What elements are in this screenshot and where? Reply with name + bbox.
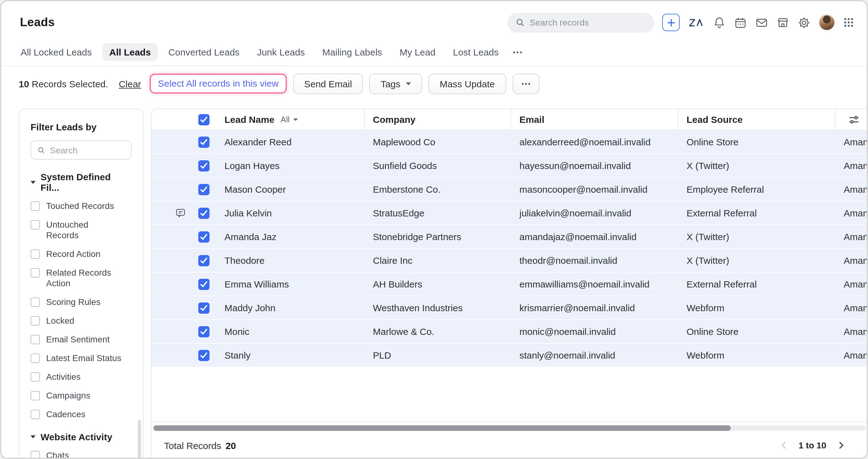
tabs-more-icon[interactable]: [512, 47, 523, 58]
lead-name-filter-dropdown[interactable]: All: [281, 115, 298, 124]
column-email[interactable]: Email: [520, 114, 545, 125]
horizontal-scrollbar[interactable]: [153, 425, 866, 431]
global-search-input[interactable]: [530, 18, 646, 27]
tab-all-locked-leads[interactable]: All Locked Leads: [14, 43, 99, 61]
sidebar-scrollbar[interactable]: [138, 420, 141, 459]
tab-mailing-labels[interactable]: Mailing Labels: [315, 43, 389, 61]
cell-lead-name[interactable]: Alexander Reed: [216, 136, 365, 147]
column-company[interactable]: Company: [373, 114, 415, 125]
table-row[interactable]: Monic Marlowe & Co. monic@noemail.invali…: [152, 320, 868, 344]
mass-update-button[interactable]: Mass Update: [428, 73, 506, 94]
filter-option[interactable]: Touched Records: [31, 201, 131, 211]
marketplace-icon[interactable]: [776, 16, 789, 29]
checkbox[interactable]: [31, 410, 40, 419]
row-checkbox[interactable]: [198, 207, 210, 219]
mail-icon[interactable]: [755, 16, 768, 29]
table-row[interactable]: Maddy John Westhaven Industries krismarr…: [152, 296, 868, 320]
row-checkbox[interactable]: [198, 136, 210, 148]
calendar-icon[interactable]: [734, 16, 747, 29]
tags-button[interactable]: Tags: [369, 73, 422, 94]
table-row[interactable]: Julia Kelvin StratusEdge juliakelvin@noe…: [152, 202, 868, 225]
filter-option[interactable]: Record Action: [31, 249, 131, 259]
settings-gear-icon[interactable]: [798, 16, 811, 29]
row-checkbox[interactable]: [198, 160, 210, 171]
filter-option[interactable]: Locked: [31, 315, 131, 326]
table-row[interactable]: Mason Cooper Emberstone Co. masoncooper@…: [152, 178, 868, 202]
select-all-records-link[interactable]: Select All records in this view: [158, 78, 279, 89]
checkbox[interactable]: [31, 202, 40, 211]
cell-lead-name[interactable]: Emma Williams: [216, 279, 365, 289]
filter-option[interactable]: Campaigns: [31, 390, 131, 401]
cell-lead-name[interactable]: Maddy John: [216, 303, 365, 313]
filter-section-website-activity[interactable]: Website Activity: [31, 432, 131, 442]
cell-lead-name[interactable]: Amanda Jaz: [216, 232, 365, 242]
cell-lead-name[interactable]: Theodore: [216, 255, 365, 266]
filter-option[interactable]: Chats: [31, 450, 131, 459]
checkbox[interactable]: [31, 354, 40, 363]
send-email-button[interactable]: Send Email: [293, 73, 363, 94]
row-checkbox[interactable]: [198, 349, 210, 361]
cell-lead-name[interactable]: Monic: [216, 326, 365, 337]
table-row[interactable]: Logan Hayes Sunfield Goods hayessun@noem…: [152, 154, 868, 178]
page-title: Leads: [20, 16, 55, 29]
select-all-checkbox[interactable]: [198, 114, 210, 125]
table-row[interactable]: Amanda Jaz Stonebridge Partners amandaja…: [152, 225, 868, 249]
table-row[interactable]: Stanly PLD stanly@noemail.invalid Webfor…: [152, 344, 868, 367]
tab-junk-leads[interactable]: Junk Leads: [250, 43, 311, 61]
filter-option[interactable]: Scoring Rules: [31, 297, 131, 307]
row-checkbox[interactable]: [198, 326, 210, 337]
checkbox[interactable]: [31, 268, 40, 277]
cell-lead-name[interactable]: Logan Hayes: [216, 160, 365, 171]
avatar[interactable]: [819, 14, 835, 31]
next-page-icon[interactable]: [837, 441, 845, 450]
checkbox[interactable]: [31, 298, 40, 307]
filter-option[interactable]: Email Sentiment: [31, 334, 131, 345]
filter-option[interactable]: Related Records Action: [31, 268, 131, 289]
checkbox[interactable]: [31, 335, 40, 344]
cell-lead-name[interactable]: Stanly: [216, 350, 365, 361]
checkbox[interactable]: [31, 391, 40, 400]
row-checkbox[interactable]: [198, 278, 210, 290]
table-row[interactable]: Emma Williams AH Builders emmawilliams@n…: [152, 273, 868, 296]
filter-search[interactable]: [31, 140, 131, 160]
add-record-button[interactable]: [662, 14, 680, 31]
row-checkbox[interactable]: [198, 302, 210, 313]
cell-lead-owner: Amand: [836, 184, 868, 194]
bell-icon[interactable]: [713, 16, 726, 29]
column-lead-source[interactable]: Lead Source: [686, 114, 743, 125]
filter-search-input[interactable]: [50, 145, 125, 155]
row-checkbox[interactable]: [198, 184, 210, 195]
checkbox[interactable]: [31, 249, 40, 259]
global-search[interactable]: [507, 13, 654, 32]
column-lead-name[interactable]: Lead Name: [224, 114, 274, 125]
filter-option[interactable]: Untouched Records: [31, 219, 131, 241]
filter-option[interactable]: Latest Email Status: [31, 353, 131, 364]
row-checkbox[interactable]: [198, 231, 210, 242]
horizontal-scrollbar-thumb[interactable]: [153, 425, 731, 431]
checkbox[interactable]: [31, 220, 40, 230]
zia-icon[interactable]: [688, 17, 705, 28]
column-settings-icon[interactable]: [848, 114, 860, 125]
filter-section-system-defined[interactable]: System Defined Fil...: [31, 172, 131, 193]
more-actions-button[interactable]: [512, 73, 539, 94]
row-checkbox[interactable]: [198, 255, 210, 266]
cell-lead-source: Employee Referral: [678, 184, 836, 194]
tab-all-leads[interactable]: All Leads: [102, 43, 158, 61]
tab-lost-leads[interactable]: Lost Leads: [446, 43, 506, 61]
filter-option[interactable]: Cadences: [31, 409, 131, 420]
cell-email: emmawilliams@noemail.invalid: [511, 279, 678, 289]
cell-lead-name[interactable]: Julia Kelvin: [216, 208, 365, 218]
checkbox[interactable]: [31, 372, 40, 382]
checkbox[interactable]: [31, 451, 40, 459]
table-row[interactable]: Alexander Reed Maplewood Co alexanderree…: [152, 130, 868, 154]
clear-selection-link[interactable]: Clear: [119, 78, 141, 89]
filter-option[interactable]: Activities: [31, 372, 131, 382]
apps-grid-icon[interactable]: [843, 17, 854, 28]
table-row[interactable]: Theodore Claire Inc theodr@noemail.inval…: [152, 249, 868, 273]
tab-my-lead[interactable]: My Lead: [393, 43, 442, 61]
note-icon[interactable]: [175, 208, 186, 218]
prev-page-icon[interactable]: [779, 441, 788, 450]
tab-converted-leads[interactable]: Converted Leads: [161, 43, 247, 61]
checkbox[interactable]: [31, 316, 40, 326]
cell-lead-name[interactable]: Mason Cooper: [216, 184, 365, 194]
